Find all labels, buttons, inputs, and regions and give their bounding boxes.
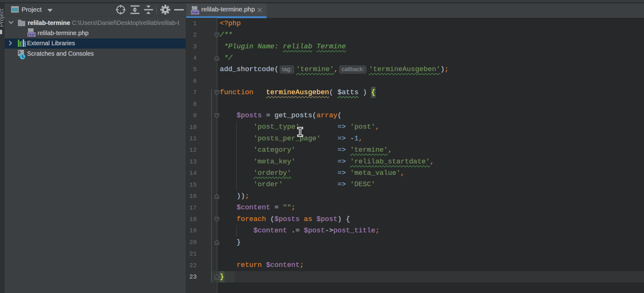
svg-text:PHP: PHP bbox=[28, 33, 35, 37]
svg-text:PHP: PHP bbox=[191, 11, 199, 14]
